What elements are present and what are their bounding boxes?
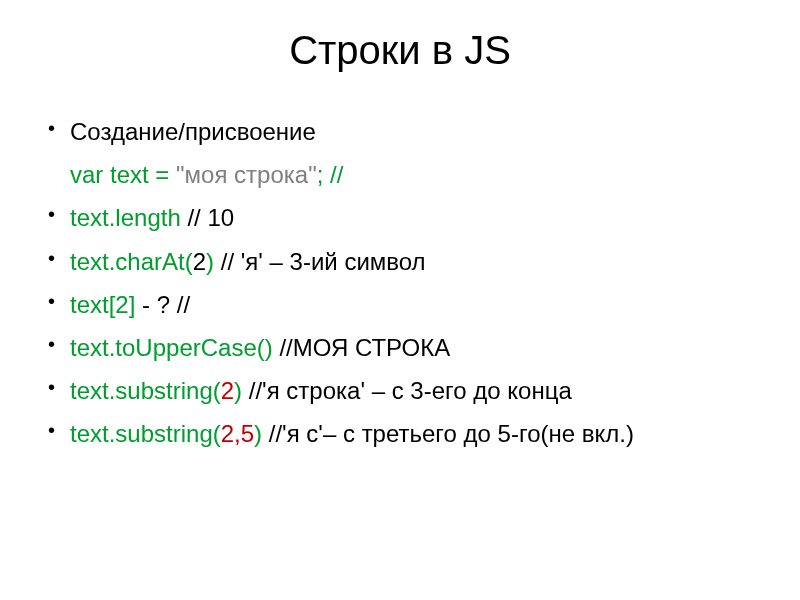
text-run: var text = bbox=[70, 161, 176, 188]
text-run: text.substring( bbox=[70, 377, 221, 404]
text-run: // 'я' – 3-ий символ bbox=[214, 248, 426, 275]
slide-line: text.toUpperCase() //МОЯ СТРОКА bbox=[40, 329, 760, 366]
slide-line: var text = "моя строка"; // bbox=[40, 156, 760, 193]
text-run: text.charAt( bbox=[70, 248, 193, 275]
text-run: //МОЯ СТРОКА bbox=[273, 334, 450, 361]
slide-line: text[2] - ? // bbox=[40, 286, 760, 323]
text-run: ) bbox=[206, 248, 214, 275]
text-run: //'я с'– с третьего до 5-го(не вкл.) bbox=[262, 420, 634, 447]
text-run: //'я строка' – с 3-его до конца bbox=[242, 377, 572, 404]
text-run: "моя строка" bbox=[176, 161, 317, 188]
text-run: text.substring( bbox=[70, 420, 221, 447]
slide-line: text.substring(2,5) //'я с'– с третьего … bbox=[40, 415, 760, 452]
text-run: text.toUpperCase() bbox=[70, 334, 273, 361]
text-run: 2 bbox=[221, 377, 234, 404]
text-run: ) bbox=[254, 420, 262, 447]
text-run: ; // bbox=[317, 161, 344, 188]
slide-line: Создание/присвоение bbox=[40, 113, 760, 150]
text-run: // 10 bbox=[181, 204, 234, 231]
slide-line: text.charAt(2) // 'я' – 3-ий символ bbox=[40, 243, 760, 280]
text-run: - ? // bbox=[135, 291, 190, 318]
text-run: Создание/присвоение bbox=[70, 118, 316, 145]
slide-line: text.substring(2) //'я строка' – с 3-его… bbox=[40, 372, 760, 409]
text-run: text[2] bbox=[70, 291, 135, 318]
slide-body: Создание/присвоениеvar text = "моя строк… bbox=[40, 113, 760, 453]
slide-line: text.length // 10 bbox=[40, 199, 760, 236]
text-run: 2 bbox=[193, 248, 206, 275]
slide-title: Строки в JS bbox=[40, 28, 760, 73]
slide: Строки в JS Создание/присвоениеvar text … bbox=[0, 0, 800, 600]
text-run: 2,5 bbox=[221, 420, 254, 447]
text-run: ) bbox=[234, 377, 242, 404]
text-run: text.length bbox=[70, 204, 181, 231]
